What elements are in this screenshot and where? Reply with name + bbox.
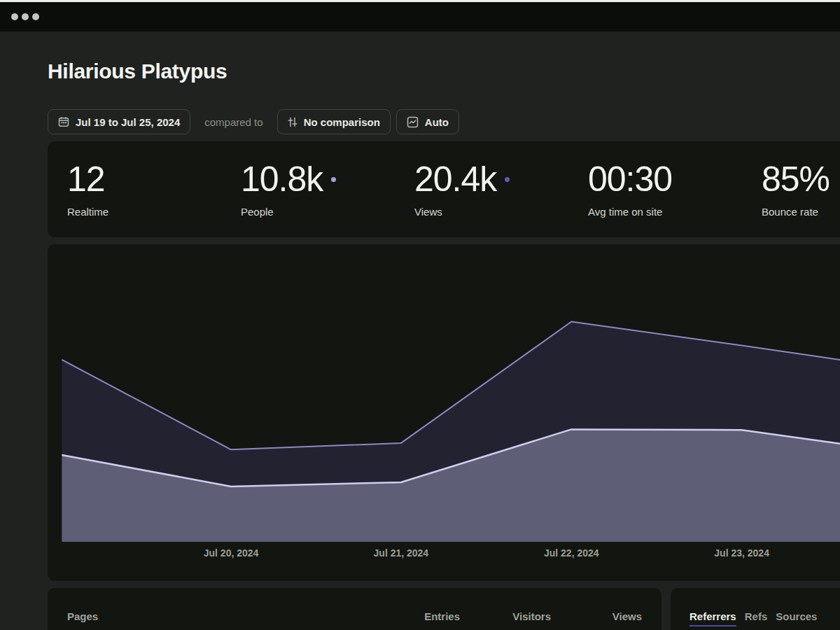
stat-label: Views	[414, 206, 588, 218]
window-control-dot[interactable]	[22, 13, 29, 20]
window-titlebar	[0, 2, 840, 31]
date-range-label: Jul 19 to Jul 25, 2024	[76, 116, 180, 128]
stat-bounce-rate[interactable]: 85% Bounce rate	[762, 160, 840, 237]
stat-value: 85%	[762, 160, 830, 199]
x-axis: Jul 20, 2024 Jul 21, 2024 Jul 22, 2024 J…	[48, 547, 840, 561]
referrers-tabs: Referrers Refs Sources	[690, 610, 840, 626]
comparison-label: No comparison	[304, 116, 380, 128]
stat-views[interactable]: 20.4k Views	[414, 160, 588, 237]
x-tick-label: Jul 20, 2024	[204, 547, 259, 559]
tab-sources[interactable]: Sources	[776, 610, 817, 622]
pages-table-title: Pages	[67, 610, 98, 622]
pages-table-header: Entries Visitors Views	[369, 610, 642, 622]
window-control-dot[interactable]	[32, 13, 39, 20]
pages-table-card: Pages Entries Visitors Views	[48, 588, 662, 630]
comparison-button[interactable]: No comparison	[277, 109, 391, 134]
stat-label: People	[241, 206, 414, 218]
stats-summary-card: 12 Realtime 10.8k People 20.4k Views 00:…	[48, 141, 840, 237]
column-header-visitors: Visitors	[460, 610, 551, 622]
filter-toolbar: Jul 19 to Jul 25, 2024 compared to No co…	[48, 109, 840, 134]
stat-value: 10.8k	[241, 160, 323, 199]
column-header-entries: Entries	[369, 610, 460, 622]
stat-value: 12	[67, 160, 105, 199]
stat-label: Bounce rate	[762, 206, 840, 218]
page-title: Hilarious Platypus	[48, 59, 840, 83]
stat-realtime[interactable]: 12 Realtime	[67, 160, 241, 237]
interval-label: Auto	[425, 116, 449, 128]
interval-button[interactable]: Auto	[396, 109, 459, 134]
column-header-views: Views	[551, 610, 642, 622]
referrers-panel-card: Referrers Refs Sources	[671, 588, 840, 630]
tab-refs[interactable]: Refs	[745, 610, 768, 622]
compared-to-label: compared to	[204, 116, 262, 128]
traffic-chart-card: Jul 20, 2024 Jul 21, 2024 Jul 22, 2024 J…	[48, 244, 840, 581]
x-tick-label: Jul 22, 2024	[544, 547, 599, 559]
calendar-icon	[58, 116, 69, 127]
tab-referrers[interactable]: Referrers	[690, 610, 736, 626]
stat-avg-time[interactable]: 00:30 Avg time on site	[588, 160, 762, 237]
stat-value: 00:30	[588, 160, 672, 199]
window-control-dot[interactable]	[11, 13, 18, 20]
date-range-button[interactable]: Jul 19 to Jul 25, 2024	[48, 109, 190, 134]
chart-icon	[407, 116, 419, 128]
views-series-dot	[505, 177, 510, 182]
x-tick-label: Jul 21, 2024	[374, 547, 429, 559]
stat-label: Realtime	[67, 206, 241, 218]
x-tick-label: Jul 23, 2024	[714, 547, 769, 559]
traffic-area-chart[interactable]	[48, 244, 840, 542]
people-series-dot	[331, 177, 336, 182]
stat-value: 20.4k	[414, 160, 496, 199]
sliders-icon	[288, 117, 298, 127]
stat-label: Avg time on site	[588, 206, 762, 218]
stat-people[interactable]: 10.8k People	[241, 160, 414, 237]
